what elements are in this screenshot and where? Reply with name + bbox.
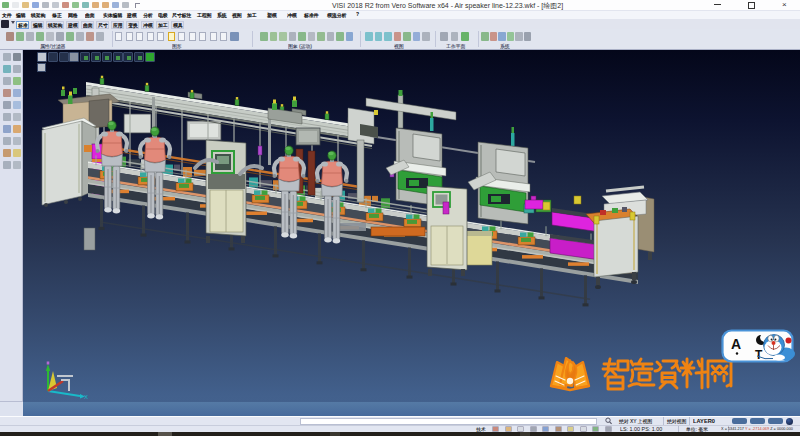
svg-text:X: X [84, 394, 88, 400]
svg-text:A: A [731, 336, 741, 352]
svg-text:T: T [755, 348, 763, 362]
